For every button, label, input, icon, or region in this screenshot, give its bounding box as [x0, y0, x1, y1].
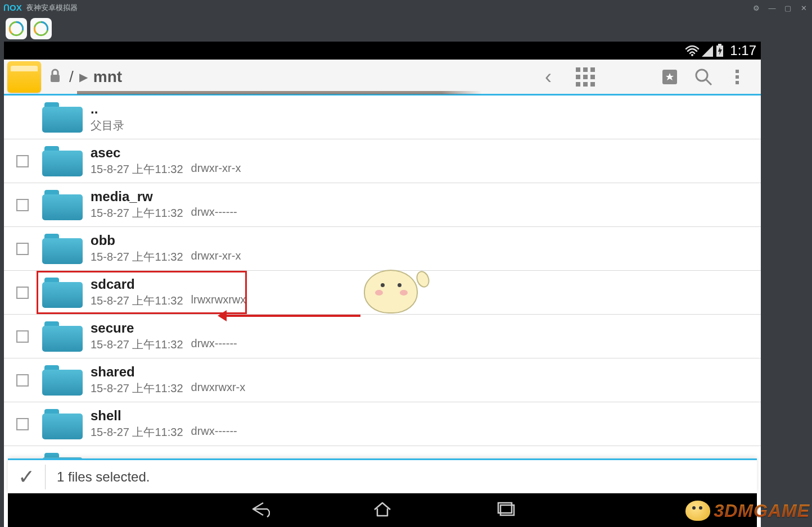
nav-recent-button[interactable] — [495, 501, 517, 520]
file-row-shared[interactable]: shared15-8-27 上午11:32drwxrwxr-x — [4, 358, 761, 402]
back-button[interactable]: ‹ — [545, 65, 552, 89]
selection-bar: ✓ 1 files selected. — [8, 458, 757, 493]
svg-rect-14 — [736, 81, 739, 84]
grid-icon — [576, 67, 595, 87]
row-meta: 15-8-27 上午11:32drwx------ — [91, 425, 237, 440]
row-date: 15-8-27 上午11:32 — [91, 337, 183, 352]
android-screen: 1:17 / ▶ mnt ‹ ..父目录asec15-8-27 上午11:32d… — [4, 42, 761, 527]
row-name: media_rw — [91, 189, 237, 205]
search-button[interactable] — [687, 60, 720, 94]
status-time: 1:17 — [730, 43, 756, 58]
folder-icon — [42, 234, 83, 264]
annotation-arrow — [221, 315, 360, 317]
row-permissions: drwxr-xr-x — [191, 249, 241, 265]
breadcrumb[interactable]: / ▶ mnt — [69, 68, 122, 86]
lock-icon[interactable] — [49, 69, 61, 85]
row-checkbox[interactable] — [16, 287, 29, 299]
maximize-button[interactable]: ▢ — [784, 4, 792, 12]
launcher-tab-2[interactable] — [30, 18, 52, 39]
row-name: obb — [91, 233, 241, 248]
svg-rect-12 — [736, 70, 739, 73]
row-checkbox[interactable] — [16, 418, 29, 430]
window-buttons: ⚙ — ▢ ✕ — [752, 4, 808, 12]
bookmark-button[interactable] — [653, 60, 687, 94]
watermark-bug-icon — [685, 501, 710, 521]
back-icon — [247, 501, 270, 517]
battery-icon — [715, 44, 724, 57]
row-date: 15-8-27 上午11:32 — [91, 206, 183, 221]
watermark-text: 3DMGAME — [714, 501, 810, 521]
row-text: shell15-8-27 上午11:32drwx------ — [91, 408, 237, 440]
row-checkbox[interactable] — [16, 199, 29, 211]
row-date: 15-8-27 上午11:32 — [91, 249, 183, 265]
svg-line-11 — [706, 80, 711, 85]
folder-icon — [42, 190, 83, 220]
folder-icon — [42, 365, 83, 396]
home-button[interactable] — [7, 61, 41, 93]
wifi-icon — [685, 44, 700, 57]
row-permissions: drwx------ — [191, 206, 237, 221]
overflow-icon — [734, 69, 740, 85]
row-date: 15-8-27 上午11:32 — [91, 425, 183, 440]
row-permissions: drwxr-xr-x — [191, 162, 241, 177]
breadcrumb-root[interactable]: / — [69, 68, 74, 86]
menu-button[interactable] — [720, 60, 754, 94]
row-text: asec15-8-27 上午11:32drwxr-xr-x — [91, 145, 241, 177]
file-row-secure[interactable]: secure15-8-27 上午11:32drwx------ — [4, 315, 761, 358]
row-checkbox[interactable] — [16, 155, 29, 167]
launcher-tab-1[interactable] — [6, 18, 27, 39]
row-date: 15-8-27 上午11:32 — [91, 162, 183, 177]
folder-icon — [42, 102, 83, 133]
row-date: 父目录 — [91, 118, 124, 133]
es-explorer-icon — [33, 21, 49, 37]
path-underline — [77, 91, 482, 94]
view-grid-button[interactable] — [569, 60, 602, 94]
row-permissions: drwxrwxr-x — [191, 381, 246, 396]
emulator-tabstrip — [0, 16, 812, 42]
row-checkbox[interactable] — [16, 243, 29, 255]
search-icon — [694, 67, 713, 87]
annotation-highlight — [37, 271, 247, 314]
row-name: shell — [91, 408, 237, 424]
es-explorer-icon — [8, 21, 24, 37]
row-permissions: drwx------ — [191, 337, 237, 352]
svg-rect-5 — [718, 44, 721, 46]
row-checkbox[interactable] — [16, 374, 29, 387]
row-text: ..父目录 — [91, 101, 124, 133]
file-row-media_rw[interactable]: media_rw15-8-27 上午11:32drwx------ — [4, 183, 761, 227]
file-row-asec[interactable]: asec15-8-27 上午11:32drwxr-xr-x — [4, 139, 761, 183]
file-row-shell[interactable]: shell15-8-27 上午11:32drwx------ — [4, 402, 761, 446]
android-navbar — [8, 493, 757, 527]
nav-home-button[interactable] — [371, 501, 394, 520]
confirm-check-icon[interactable]: ✓ — [18, 465, 35, 489]
site-watermark: 3DMGAME — [685, 497, 810, 525]
row-text: shared15-8-27 上午11:32drwxrwxr-x — [91, 364, 245, 396]
row-name: asec — [91, 145, 241, 161]
row-permissions: drwx------ — [191, 425, 237, 440]
android-statusbar: 1:17 — [4, 42, 761, 60]
folder-icon — [42, 409, 83, 439]
row-meta: 15-8-27 上午11:32drwx------ — [91, 337, 237, 352]
close-button[interactable]: ✕ — [800, 4, 808, 12]
row-name: .. — [91, 101, 124, 117]
svg-rect-13 — [736, 75, 739, 79]
row-meta: 15-8-27 上午11:32drwxr-xr-x — [91, 249, 241, 265]
svg-rect-7 — [51, 75, 60, 82]
nav-back-button[interactable] — [247, 501, 270, 520]
row-meta: 父目录 — [91, 118, 124, 133]
settings-gear-icon[interactable]: ⚙ — [752, 4, 760, 12]
window-titlebar: ᑎOX 夜神安卓模拟器 ⚙ — ▢ ✕ — [0, 0, 812, 16]
file-row-parent[interactable]: ..父目录 — [4, 96, 761, 139]
svg-point-2 — [691, 54, 693, 56]
row-checkbox[interactable] — [16, 330, 29, 343]
file-manager-toolbar: / ▶ mnt ‹ — [4, 60, 761, 96]
breadcrumb-current[interactable]: mnt — [93, 68, 122, 86]
folder-icon — [42, 321, 83, 352]
row-text: obb15-8-27 上午11:32drwxr-xr-x — [91, 233, 241, 265]
row-date: 15-8-27 上午11:32 — [91, 381, 183, 396]
row-text: media_rw15-8-27 上午11:32drwx------ — [91, 189, 237, 221]
row-meta: 15-8-27 上午11:32drwxrwxr-x — [91, 381, 245, 396]
folder-icon — [42, 146, 83, 176]
svg-point-10 — [696, 70, 707, 81]
minimize-button[interactable]: — — [768, 4, 776, 12]
